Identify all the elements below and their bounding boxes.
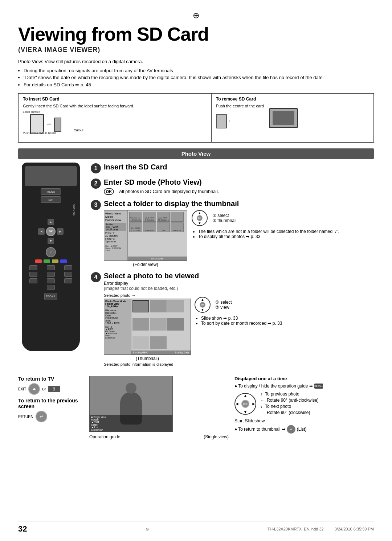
return-thumbnail-text: ● To return to thumbnail ➡	[234, 427, 285, 432]
single-view-area: ■ Single view Rotate ◄EXIT Select ◄ List…	[89, 376, 229, 439]
sd-cutout-label: Cutout	[74, 128, 83, 132]
controls-dpad-down: ▼	[243, 409, 248, 414]
controls-dpad: OK ▲ ▼ ◄ ►	[234, 393, 256, 415]
intro-bullets: During the operation, no signals are out…	[24, 67, 374, 89]
dpad-down[interactable]: ▼	[48, 238, 54, 244]
thumb-3	[167, 300, 184, 312]
step4-screenshot-wrapper: Selected photo → Photo View ModeFolder v…	[104, 293, 191, 366]
num-btn-3[interactable]	[64, 265, 72, 270]
num-btn-5[interactable]	[47, 272, 55, 277]
sd-card-label: SD CARD	[73, 204, 75, 216]
return-tv-row: EXIT ⏏ or SD	[18, 383, 83, 395]
return-box: To return to TV EXIT ⏏ or SD To return t…	[18, 376, 83, 425]
section4-area: Selected photo → Photo View ModeFolder v…	[104, 293, 374, 366]
dpad-up[interactable]: ▲	[48, 219, 54, 225]
yellow-btn[interactable]	[52, 259, 58, 263]
green-btn[interactable]	[44, 259, 50, 263]
recall-badge-text: RECALL	[314, 385, 323, 387]
dpad-right[interactable]: ►	[57, 228, 64, 235]
fs-thumb-8: MAN 14	[171, 222, 184, 232]
tv-screen	[273, 111, 294, 125]
step4-dpad-down: ▼	[201, 308, 204, 312]
step-3-content: Select a folder to display the thumbnail…	[104, 199, 374, 267]
step-1-title: Insert the SD Card	[104, 163, 167, 171]
sd-diagram-art: → Label surface Push until a click is he…	[23, 110, 70, 139]
num-btn-2[interactable]	[47, 265, 55, 270]
control-next-photo: ↓ To next photo	[261, 404, 319, 409]
thumb-4	[132, 318, 149, 331]
thumb-sort-date: Sort by Date	[175, 351, 189, 354]
steps-column: 1 Insert the SD Card 2 Enter SD mode (Ph…	[91, 163, 374, 371]
step4-dpad-center: OK	[200, 302, 205, 308]
num-btn-7[interactable]	[29, 278, 37, 283]
arrow-left-indicator: ←	[261, 398, 264, 402]
step-3-title: Select a folder to display the thumbnail	[104, 199, 374, 208]
red-btn[interactable]	[35, 259, 42, 263]
return-tv-title: To return to TV	[18, 376, 83, 382]
num-btn-4[interactable]	[29, 272, 37, 277]
fs-folder-item1: Folder 100_PARA10 pictures	[105, 223, 126, 231]
num-btn-0[interactable]	[47, 285, 55, 290]
exit-label: EXIT	[18, 387, 26, 391]
page-footer: 32 ⊕ TH-L32X20KMRTX_EN.indd 32 3/24/2010…	[18, 521, 374, 534]
return-label: RETURN	[18, 415, 33, 419]
fs-all-pictures: All pictures	[128, 257, 187, 261]
remote-dpad: ▲ ▼ ◄ ► OK	[38, 219, 64, 244]
operation-guide-label: Operation guide	[89, 434, 120, 439]
single-view-overlay: ■ Single view Rotate ◄EXIT Select ◄ List…	[90, 415, 172, 432]
remote-color-btns	[25, 259, 77, 263]
step3-dpad-down: ▼	[198, 221, 201, 225]
step-4-content: Select a photo to be viewed Error displa…	[104, 271, 374, 366]
dpad-left[interactable]: ◄	[38, 228, 45, 235]
remote-control: MENU Exit SD CARD ▲ ▼ ◄ ► OK	[22, 163, 80, 351]
step4-error-desc: (images that could not be loaded, etc.)	[104, 286, 374, 291]
return-thumbnail-row: ● To return to thumbnail ➡ ↩ (List)	[234, 425, 374, 434]
folder-view-area: Photo View ModeFolder view Folder 100_PA…	[104, 210, 374, 267]
sd-remove-art: ←	[216, 110, 238, 132]
dpad-ok[interactable]: OK	[46, 227, 56, 236]
remote-return-btn[interactable]: ↩	[46, 247, 56, 257]
folder-view-label: (Folder view)	[104, 262, 187, 267]
num-btn-6[interactable]	[64, 272, 72, 277]
return-screen-row: RETURN ↩	[18, 411, 83, 422]
step3-nav-labels: ① select ② thumbnail	[212, 213, 236, 223]
remote-recall-btn[interactable]: RECALL	[44, 293, 57, 300]
step-3-number: 3	[91, 200, 101, 210]
sv-select-label: Select	[91, 423, 171, 426]
step4-dpad-up: ▲	[201, 298, 204, 302]
remote-menu-btn[interactable]: MENU	[41, 188, 61, 195]
thumb-sidebar: Photo View ModeFolder view100_PARA File …	[104, 299, 131, 354]
sv-rotate-label: Rotate	[91, 418, 171, 421]
step4-view-label: ② view	[215, 305, 232, 310]
exit-icon: ⏏	[33, 387, 36, 391]
step-2-title: Enter SD mode (Photo View)	[104, 178, 219, 187]
sd-remove-section: To remove SD Card Push the centre of the…	[212, 94, 373, 142]
num-btn-9[interactable]	[64, 278, 72, 283]
step4-nav-labels: ① select ② view	[215, 300, 232, 310]
step3-bullet-1: The files which are not in a folder will…	[198, 229, 339, 234]
intro-bullet-3: For details on SD Cards ➡ p. 45	[24, 81, 374, 89]
remote-return-area: ↩	[25, 247, 77, 257]
blue-btn[interactable]	[60, 259, 67, 263]
bottom-area: To return to TV EXIT ⏏ or SD To return t…	[18, 376, 374, 439]
return-or-label: or	[42, 386, 46, 392]
tv-art	[269, 108, 298, 128]
sd-insert-diagram: → Label surface Push until a click is he…	[23, 110, 207, 139]
remote-num-row3	[25, 278, 77, 283]
intro-bullet-2: "Date" shows the date on which the recor…	[24, 74, 374, 81]
footer-file: TH-L32X20KMRTX_EN.indd 32	[268, 527, 324, 531]
remote-exit-btn[interactable]: Exit	[41, 196, 61, 203]
page-subtitle: (VIERA IMAGE VIEWER)	[18, 46, 374, 54]
page-title: Viewing from SD Card	[18, 24, 374, 45]
sv-list-label: ◄ List	[91, 426, 171, 429]
num-btn-1[interactable]	[29, 265, 37, 270]
displayed-one-label: Displayed one at a time	[234, 376, 374, 381]
num-btn-8[interactable]	[47, 278, 55, 283]
thumb-controls: Sort ◄◄ EXITOK Select◄ RETURNViewSlidesh…	[105, 326, 130, 339]
remote-num-row4	[25, 285, 77, 290]
page-number: 32	[18, 524, 27, 534]
step-2-row: 2 Enter SD mode (Photo View) OK All phot…	[91, 178, 374, 195]
step-4-number: 4	[91, 272, 101, 282]
step-3-nav-notes: OK ▲ ▼ ① select ② thumbnail The	[192, 210, 339, 240]
remote-number-btns	[25, 265, 77, 290]
